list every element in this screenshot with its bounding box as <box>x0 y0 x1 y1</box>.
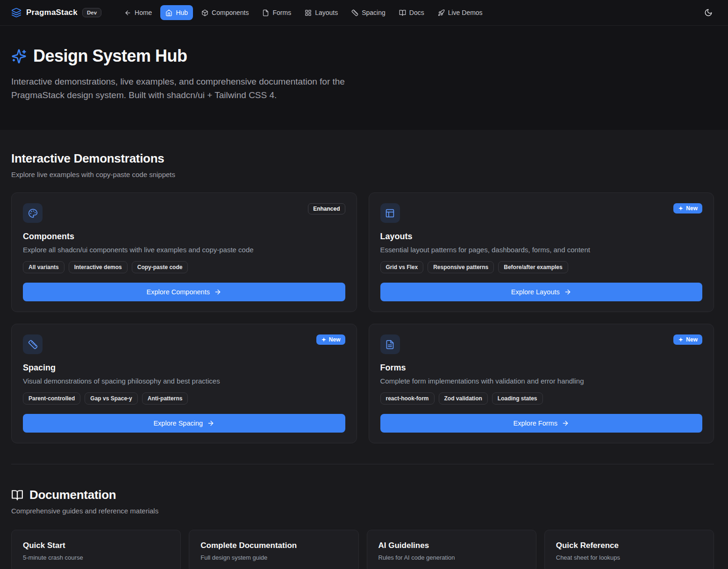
sparkle-icon <box>321 337 327 342</box>
tag-list: All variants Interactive demos Copy-past… <box>23 261 345 273</box>
doc-card-title: Quick Reference <box>556 541 702 550</box>
file-text-icon <box>380 334 400 354</box>
tag-list: Grid vs Flex Responsive patterns Before/… <box>380 261 703 273</box>
env-badge: Dev <box>82 8 101 17</box>
demos-section-title: Interactive Demonstrations <box>11 130 714 166</box>
book-open-icon <box>399 9 406 16</box>
nav-item-hub[interactable]: Hub <box>160 5 193 20</box>
card-description: Essential layout patterns for pages, das… <box>380 246 703 254</box>
doc-card-title: Quick Start <box>23 541 169 550</box>
tag-list: Parent-controlled Gap vs Space-y Anti-pa… <box>23 392 345 405</box>
brand[interactable]: PragmaStack Dev <box>11 7 101 18</box>
house-icon <box>165 9 172 16</box>
arrow-right-icon <box>207 420 214 427</box>
tag: Loading states <box>492 392 543 405</box>
rocket-icon <box>438 9 445 16</box>
demo-card-grid: Enhanced Components Explore all shadcn/u… <box>11 192 714 443</box>
sparkles-icon <box>11 49 27 64</box>
tag: Gap vs Space-y <box>85 392 137 405</box>
tag: Responsive patterns <box>428 261 494 273</box>
doc-card-quick-reference[interactable]: Quick Reference Cheat sheet for lookups <box>544 530 714 569</box>
tag: Grid vs Flex <box>380 261 424 273</box>
spacing-card: New Spacing Visual demonstrations of spa… <box>11 324 357 443</box>
card-title: Forms <box>380 363 703 373</box>
card-description: Complete form implementations with valid… <box>380 377 703 385</box>
nav-item-components[interactable]: Components <box>196 5 254 20</box>
new-badge: New <box>316 334 345 345</box>
layouts-card: New Layouts Essential layout patterns fo… <box>369 192 714 312</box>
card-title: Components <box>23 232 345 242</box>
nav-item-layouts[interactable]: Layouts <box>300 5 343 20</box>
brand-name: PragmaStack <box>26 8 78 17</box>
tag: Zod validation <box>439 392 488 405</box>
sparkle-icon <box>678 337 684 342</box>
explore-spacing-button[interactable]: Explore Spacing <box>23 414 345 433</box>
card-title: Spacing <box>23 363 345 373</box>
tag: react-hook-form <box>380 392 435 405</box>
navbar: PragmaStack Dev Home Hub Components Form… <box>0 0 728 26</box>
card-description: Explore all shadcn/ui components with li… <box>23 246 345 254</box>
arrow-right-icon <box>214 288 221 296</box>
nav-links: Home Hub Components Forms Layouts Spacin… <box>119 5 488 20</box>
doc-card-grid: Quick Start 5-minute crash course Comple… <box>11 530 714 569</box>
hero: Design System Hub Interactive demonstrat… <box>0 26 728 130</box>
docs-section-subtitle: Comprehensive guides and reference mater… <box>11 507 714 515</box>
ruler-icon <box>351 9 358 16</box>
moon-icon <box>704 8 713 17</box>
nav-item-spacing[interactable]: Spacing <box>346 5 391 20</box>
card-description: Visual demonstrations of spacing philoso… <box>23 377 345 385</box>
doc-card-title: AI Guidelines <box>378 541 525 550</box>
explore-components-button[interactable]: Explore Components <box>23 283 345 301</box>
nav-item-docs[interactable]: Docs <box>394 5 429 20</box>
doc-card-subtitle: Rules for AI code generation <box>378 554 525 561</box>
file-icon <box>262 9 269 16</box>
theme-toggle-button[interactable] <box>700 4 717 21</box>
docs-section-title: Documentation <box>29 488 116 502</box>
new-badge: New <box>673 334 702 345</box>
demos-section: Interactive Demonstrations Explore live … <box>11 130 714 443</box>
book-open-icon <box>11 489 23 501</box>
page-subtitle: Interactive demonstrations, live example… <box>11 75 364 102</box>
enhanced-badge: Enhanced <box>308 203 345 214</box>
arrow-right-icon <box>564 288 571 296</box>
demos-section-subtitle: Explore live examples with copy-paste co… <box>11 171 714 178</box>
card-title: Layouts <box>380 232 703 242</box>
doc-card-complete-documentation[interactable]: Complete Documentation Full design syste… <box>189 530 358 569</box>
doc-card-subtitle: Cheat sheet for lookups <box>556 554 702 561</box>
nav-item-live-demos[interactable]: Live Demos <box>433 5 488 20</box>
components-card: Enhanced Components Explore all shadcn/u… <box>11 192 357 312</box>
tag: Interactive demos <box>69 261 128 273</box>
page-title: Design System Hub <box>33 46 187 66</box>
tag: Copy-paste code <box>132 261 188 273</box>
doc-card-title: Complete Documentation <box>200 541 347 550</box>
doc-card-ai-guidelines[interactable]: AI Guidelines Rules for AI code generati… <box>367 530 536 569</box>
forms-card: New Forms Complete form implementations … <box>369 324 714 443</box>
layout-grid-icon <box>305 9 312 16</box>
sparkle-icon <box>678 206 684 211</box>
tag: Parent-controlled <box>23 392 80 405</box>
nav-item-forms[interactable]: Forms <box>257 5 296 20</box>
layers-logo-icon <box>11 7 21 18</box>
tag: All variants <box>23 261 64 273</box>
tag: Before/after examples <box>498 261 568 273</box>
doc-card-quick-start[interactable]: Quick Start 5-minute crash course <box>11 530 181 569</box>
ruler-icon <box>23 334 43 354</box>
nav-item-home[interactable]: Home <box>119 5 157 20</box>
arrow-left-icon <box>124 9 131 16</box>
doc-card-subtitle: 5-minute crash course <box>23 554 169 561</box>
new-badge: New <box>673 203 702 213</box>
explore-layouts-button[interactable]: Explore Layouts <box>380 283 703 301</box>
arrow-right-icon <box>562 420 569 427</box>
explore-forms-button[interactable]: Explore Forms <box>380 414 703 433</box>
tag-list: react-hook-form Zod validation Loading s… <box>380 392 703 405</box>
docs-section: Documentation Comprehensive guides and r… <box>11 464 714 569</box>
doc-card-subtitle: Full design system guide <box>200 554 347 561</box>
palette-icon <box>23 203 43 223</box>
box-icon <box>201 9 208 16</box>
main-content: Interactive Demonstrations Explore live … <box>0 130 728 569</box>
tag: Anti-patterns <box>142 392 188 405</box>
layout-panel-icon <box>380 203 400 223</box>
